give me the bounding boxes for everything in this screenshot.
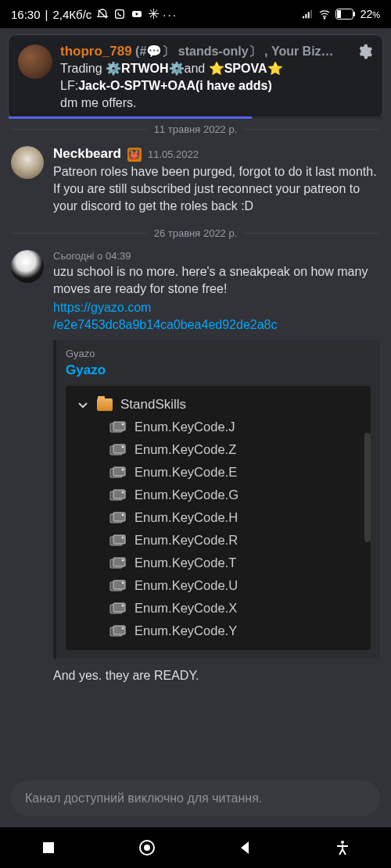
viber-icon	[113, 8, 126, 20]
message-text: And yes. they are READY.	[53, 667, 380, 684]
script-file-icon	[109, 557, 127, 570]
reply-text-1c: and	[185, 62, 209, 75]
script-file-icon	[109, 421, 127, 434]
message-scroll-area[interactable]: thopro_789 (#💬〕 stands-only〕 , Your Biz……	[0, 28, 391, 774]
script-file-icon	[109, 444, 127, 456]
svg-point-8	[324, 18, 325, 19]
android-status-bar: 16:30 | 2,4Кб/с ✳ ··· 22%	[0, 0, 391, 28]
tree-folder-label: StandSkills	[120, 397, 186, 413]
message-link[interactable]: https://gyazo.com	[53, 301, 151, 314]
svg-rect-28	[113, 535, 125, 544]
message-username[interactable]: Nеckbeard	[53, 146, 121, 162]
message[interactable]: Nеckbeard 👹 11.05.2022 Patreon roles hav…	[0, 143, 391, 223]
date-divider: 26 травня 2022 р.	[11, 227, 380, 239]
svg-rect-48	[337, 845, 348, 847]
message-link[interactable]: /e2e7453dc8a9b14ca0bea4ed92de2a8c	[53, 318, 278, 331]
embed-site-name: Gyazo	[66, 348, 371, 359]
svg-point-26	[122, 513, 124, 516]
script-file-icon	[109, 625, 127, 638]
reply-channel-suffix: , Your Biz…	[264, 45, 334, 58]
reply-body: thopro_789 (#💬〕 stands-only〕 , Your Biz……	[60, 43, 373, 112]
home-button[interactable]	[138, 838, 156, 857]
avatar[interactable]	[11, 146, 44, 179]
svg-point-32	[122, 559, 124, 561]
tree-item-label: Enum.KeyCode.Y	[135, 623, 237, 638]
date-divider-label: 26 травня 2022 р.	[154, 227, 238, 239]
recents-button[interactable]	[41, 840, 56, 855]
tree-children: Enum.KeyCode.JEnum.KeyCode.ZEnum.KeyCode…	[108, 416, 364, 642]
back-button[interactable]	[238, 840, 253, 855]
svg-rect-37	[113, 603, 125, 612]
message-text: Patreon roles have been purged, forgot t…	[53, 163, 380, 215]
tree-item: Enum.KeyCode.R	[108, 529, 364, 552]
battery-icon	[335, 9, 356, 20]
script-file-icon	[109, 625, 127, 638]
tree-item: Enum.KeyCode.H	[108, 506, 364, 529]
svg-point-35	[122, 581, 124, 584]
message-timestamp: Сьогодні о 04:39	[53, 250, 131, 262]
youtube-icon	[131, 8, 143, 20]
svg-rect-11	[353, 12, 355, 16]
tree-item-label: Enum.KeyCode.J	[135, 420, 235, 434]
svg-point-44	[144, 845, 150, 851]
script-file-icon	[109, 466, 127, 479]
script-file-icon	[109, 444, 127, 456]
svg-rect-13	[113, 422, 125, 430]
svg-point-14	[122, 423, 124, 425]
svg-point-23	[122, 491, 124, 493]
signal-icon	[301, 8, 314, 20]
tree-item: Enum.KeyCode.Z	[108, 438, 364, 461]
gear-icon[interactable]	[356, 43, 373, 65]
battery-pct: 22%	[361, 8, 380, 20]
reply-text-1d: SPOVA	[224, 62, 267, 75]
tree-item-label: Enum.KeyCode.X	[135, 601, 237, 616]
tree-item-label: Enum.KeyCode.H	[135, 510, 238, 525]
svg-rect-16	[113, 445, 125, 453]
reply-preview-card[interactable]: thopro_789 (#💬〕 stands-only〕 , Your Biz……	[8, 34, 383, 119]
reply-avatar	[18, 45, 52, 79]
more-status-icon: ✳	[148, 5, 158, 23]
svg-rect-6	[307, 12, 309, 18]
avatar[interactable]	[11, 250, 44, 283]
gear-emoji-icon: ⚙️	[106, 62, 121, 75]
svg-rect-10	[337, 10, 341, 18]
svg-rect-31	[113, 558, 125, 566]
tree-item-label: Enum.KeyCode.R	[135, 533, 238, 548]
svg-rect-40	[113, 626, 125, 634]
script-file-icon	[109, 466, 127, 479]
tree-item-label: Enum.KeyCode.E	[135, 465, 237, 480]
script-file-icon	[109, 580, 127, 592]
svg-point-29	[122, 536, 124, 538]
reply-channel: (#💬〕 stands-only〕	[135, 45, 260, 58]
script-file-icon	[109, 512, 127, 524]
accessibility-button[interactable]	[335, 840, 350, 855]
script-file-icon	[109, 421, 127, 434]
message[interactable]: Сьогодні о 04:39 uzu school is no more. …	[0, 247, 391, 692]
tree-folder-row: StandSkills	[72, 394, 364, 416]
status-left: 16:30 | 2,4Кб/с ✳ ···	[11, 5, 178, 23]
script-file-icon	[109, 602, 127, 615]
embed-title[interactable]: Gyazo	[66, 363, 371, 378]
svg-point-20	[122, 468, 124, 470]
date-divider: 11 травня 2022 р.	[11, 123, 380, 135]
tree-item: Enum.KeyCode.J	[108, 416, 364, 438]
status-overflow-icon: ···	[163, 8, 178, 21]
tree-item-label: Enum.KeyCode.U	[135, 578, 238, 593]
svg-rect-42	[43, 842, 54, 853]
status-time: 16:30	[11, 8, 41, 21]
status-right: 22%	[301, 8, 380, 20]
tree-item-label: Enum.KeyCode.G	[135, 488, 239, 502]
script-file-icon	[109, 534, 127, 547]
message-text: uzu school is no more. here's a sneakpea…	[53, 263, 380, 298]
link-embed[interactable]: Gyazo Gyazo StandSkills Enum.KeyCode.JEn…	[53, 340, 380, 659]
svg-rect-34	[113, 580, 125, 589]
script-file-icon	[109, 602, 127, 615]
android-nav-bar	[0, 827, 391, 868]
script-file-icon	[109, 534, 127, 547]
message-timestamp: 11.05.2022	[148, 148, 199, 160]
svg-point-46	[341, 841, 344, 844]
dnd-icon	[96, 8, 109, 20]
embed-image[interactable]: StandSkills Enum.KeyCode.JEnum.KeyCode.Z…	[66, 386, 371, 650]
reply-text-3: dm me offers.	[60, 95, 373, 112]
svg-rect-25	[113, 513, 125, 521]
